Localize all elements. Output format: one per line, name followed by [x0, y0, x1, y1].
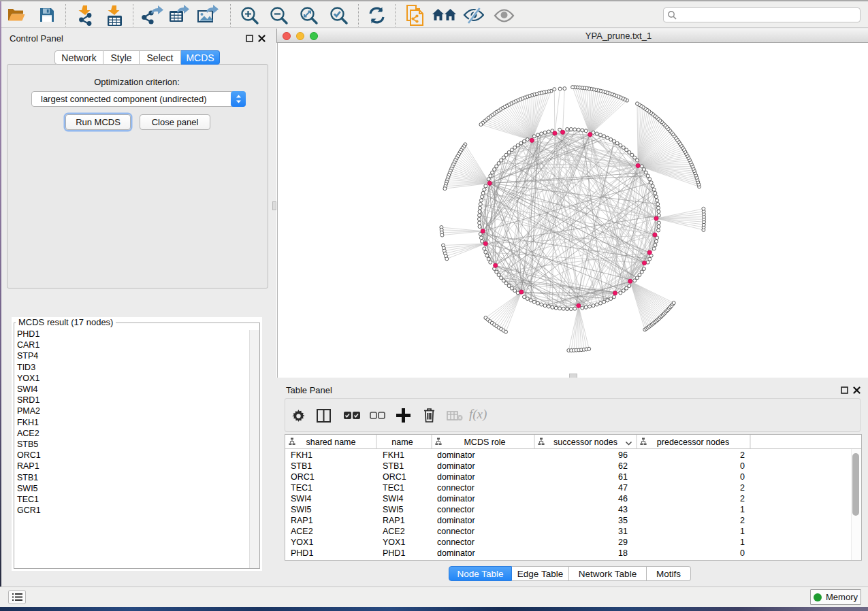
svg-text:connector: connector	[437, 527, 475, 536]
svg-text:ACE2: ACE2	[291, 527, 313, 536]
svg-text:0: 0	[740, 548, 745, 558]
svg-text:SWI5: SWI5	[383, 505, 404, 514]
svg-text:dominator: dominator	[437, 516, 475, 525]
svg-text:35: 35	[618, 516, 628, 525]
svg-text:dominator: dominator	[437, 472, 475, 482]
svg-text:0: 0	[740, 472, 745, 482]
svg-text:dominator: dominator	[437, 461, 475, 471]
svg-text:FKH1: FKH1	[383, 450, 404, 460]
svg-text:2: 2	[740, 483, 745, 493]
svg-text:ORC1: ORC1	[383, 472, 406, 482]
svg-text:FKH1: FKH1	[291, 450, 312, 460]
svg-text:RAP1: RAP1	[383, 516, 405, 525]
svg-text:SWI4: SWI4	[383, 494, 404, 503]
svg-text:43: 43	[618, 505, 628, 514]
svg-text:62: 62	[618, 461, 628, 471]
svg-text:YOX1: YOX1	[291, 538, 313, 547]
svg-text:dominator: dominator	[437, 548, 475, 558]
svg-text:TEC1: TEC1	[383, 483, 404, 493]
svg-text:31: 31	[618, 527, 628, 536]
svg-text:YOX1: YOX1	[383, 538, 405, 547]
svg-text:connector: connector	[437, 483, 475, 493]
svg-text:shared name: shared name	[306, 437, 356, 447]
svg-text:dominator: dominator	[437, 494, 475, 503]
svg-text:predecessor nodes: predecessor nodes	[657, 437, 729, 447]
svg-text:ACE2: ACE2	[383, 527, 405, 536]
svg-text:connector: connector	[437, 505, 475, 514]
svg-text:61: 61	[618, 472, 628, 482]
svg-text:name: name	[391, 437, 413, 447]
svg-text:SWI4: SWI4	[291, 494, 312, 503]
svg-text:dominator: dominator	[437, 450, 475, 460]
svg-text:MCDS role: MCDS role	[464, 437, 505, 447]
svg-text:29: 29	[618, 538, 628, 547]
svg-text:RAP1: RAP1	[291, 516, 313, 525]
svg-text:successor nodes: successor nodes	[553, 437, 617, 447]
svg-text:0: 0	[740, 461, 745, 471]
svg-text:47: 47	[618, 483, 628, 493]
svg-text:18: 18	[618, 548, 628, 558]
svg-text:connector: connector	[437, 538, 475, 547]
svg-text:2: 2	[740, 516, 745, 525]
svg-text:46: 46	[618, 494, 628, 503]
svg-text:1: 1	[740, 505, 745, 514]
svg-text:SWI5: SWI5	[291, 505, 312, 514]
svg-text:2: 2	[740, 494, 745, 503]
svg-text:PHD1: PHD1	[291, 548, 313, 558]
svg-text:STB1: STB1	[291, 461, 312, 471]
svg-text:ORC1: ORC1	[291, 472, 315, 482]
svg-text:96: 96	[618, 450, 628, 460]
svg-text:1: 1	[740, 538, 745, 547]
svg-text:TEC1: TEC1	[291, 483, 312, 493]
svg-text:STB1: STB1	[383, 461, 404, 471]
svg-text:2: 2	[740, 450, 745, 460]
svg-text:1: 1	[740, 527, 745, 536]
svg-text:PHD1: PHD1	[383, 548, 405, 558]
